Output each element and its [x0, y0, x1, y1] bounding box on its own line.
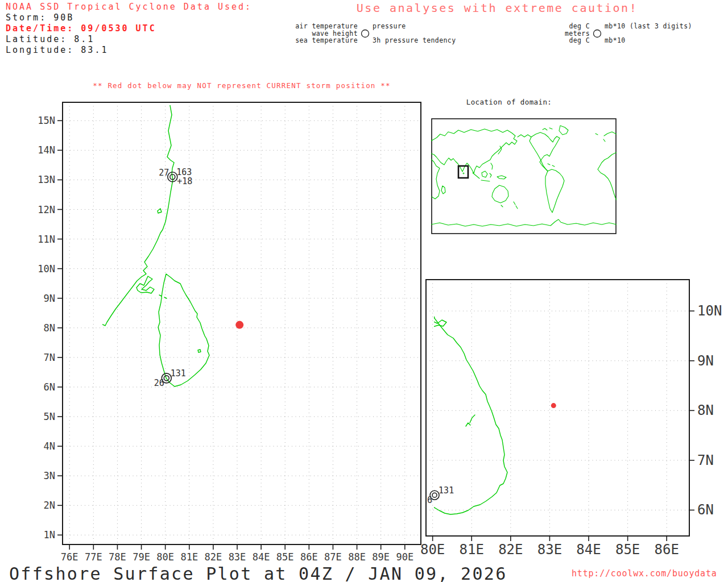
sri-lanka-world-dot: [463, 173, 464, 174]
legend-tendency-label: 3h pressure tendency: [373, 37, 456, 44]
x-tick-label: 79E: [133, 551, 150, 563]
y-tick-label: 8N: [44, 322, 55, 334]
x-tick-label: 89E: [372, 551, 390, 563]
x-tick-label: 85E: [615, 542, 640, 558]
y-tick-label: 14N: [38, 144, 55, 156]
longitude-line: Longitude: 83.1: [6, 45, 252, 56]
storm-position-dot: [551, 403, 556, 408]
y-tick-label: 9N: [697, 353, 714, 369]
islet: [198, 350, 201, 352]
legend-air-temperature-label: air temperature: [286, 23, 358, 30]
x-tick-label: 80E: [420, 542, 445, 558]
y-tick-label: 4N: [44, 440, 55, 452]
legend-tendency-unit: mb*10: [605, 37, 692, 44]
y-tick-label: 7N: [697, 452, 714, 468]
x-tick-label: 76E: [61, 551, 78, 563]
station-circle-inner: [432, 493, 437, 497]
station-pressure: 131: [439, 485, 454, 496]
y-tick-label: 15N: [38, 115, 55, 126]
x-tick-label: 80E: [156, 551, 174, 563]
coast-bump: [466, 423, 470, 426]
x-tick-label: 85E: [276, 551, 294, 563]
y-tick-label: 6N: [697, 502, 714, 518]
station-sea-temperature: 26: [422, 495, 432, 505]
sri-lanka-east-coastline: [426, 310, 507, 514]
x-tick-label: 77E: [85, 551, 102, 563]
plot-title: Offshore Surface Plot at 04Z / JAN 09, 2…: [9, 564, 507, 582]
main-observations: 27163+1826131: [154, 167, 244, 388]
x-tick-label: 84E: [253, 551, 270, 563]
y-tick-label: 3N: [44, 470, 55, 481]
islet: [164, 297, 167, 298]
inset-frame: [432, 119, 616, 234]
zoom-plot-frame: [426, 280, 689, 536]
legend-sea-unit: deg C: [555, 37, 590, 44]
x-tick-label: 90E: [396, 551, 413, 563]
x-tick-label: 82E: [498, 542, 523, 558]
y-tick-label: 10N: [697, 303, 722, 319]
station-pressure-tendency: +18: [177, 176, 192, 186]
islet: [159, 295, 162, 296]
legend-pressure-unit: mb*10 (last 3 digits): [605, 23, 692, 30]
station-pressure: 131: [171, 368, 186, 379]
y-tick-label: 13N: [38, 174, 55, 185]
x-tick-label: 88E: [348, 551, 366, 563]
zoom-axes: 80E81E82E83E84E85E86E6N7N8N9N10N: [420, 303, 722, 558]
small-island: [158, 209, 162, 213]
zoom-map-plot: 26131 80E81E82E83E84E85E86E6N7N8N9N10N: [418, 277, 728, 568]
latitude-line: Latitude: 8.1: [6, 34, 252, 45]
y-tick-label: 10N: [38, 263, 55, 275]
inset-title: Location of domain:: [432, 98, 586, 106]
india-coastline: [63, 102, 174, 326]
x-tick-label: 87E: [324, 551, 342, 563]
x-tick-label: 83E: [229, 551, 246, 563]
zoom-grid: [426, 280, 689, 536]
y-tick-label: 1N: [44, 529, 55, 541]
station-circle-icon: [359, 28, 371, 39]
y-tick-label: 7N: [44, 352, 55, 363]
station-circle-icon: [592, 28, 603, 39]
legend-pressure-label: pressure: [373, 23, 456, 30]
x-tick-label: 84E: [576, 542, 601, 558]
source-url: http://coolwx.com/buoydata: [572, 568, 717, 579]
world-map-inset: [431, 118, 617, 234]
domain-box: [458, 166, 468, 178]
storm-position-warning: ** Red dot below may NOT represent CURRE…: [63, 81, 421, 90]
y-tick-label: 2N: [44, 500, 55, 511]
station-air-temperature: 27: [159, 168, 169, 178]
station-model-legend-units: deg C meters deg C mb*10 (last 3 digits)…: [555, 23, 692, 44]
data-source-line: NOAA SSD Tropical Cyclone Data Used:: [6, 2, 252, 13]
x-tick-label: 86E: [655, 542, 679, 558]
main-map-plot: 27163+1826131 76E77E78E79E80E81E82E83E84…: [23, 99, 427, 571]
x-tick-label: 86E: [300, 551, 318, 563]
x-tick-label: 81E: [180, 551, 198, 563]
x-tick-label: 82E: [205, 551, 222, 563]
y-tick-label: 9N: [44, 293, 55, 304]
main-coastlines: [63, 102, 209, 386]
x-tick-label: 81E: [460, 542, 484, 558]
y-tick-label: 12N: [38, 204, 55, 215]
station-model-legend-params: air temperature wave height sea temperat…: [286, 23, 456, 44]
storm-id-line: Storm: 90B: [6, 13, 252, 23]
zoom-coastlines: [426, 285, 507, 514]
storm-position-dot: [235, 321, 243, 329]
legend-air-unit: deg C: [555, 23, 590, 30]
lagoon-arc: [470, 415, 475, 423]
y-tick-label: 8N: [697, 402, 714, 418]
legend-sea-temperature-label: sea temperature: [286, 37, 358, 44]
caution-headline: Use analyses with extreme caution!: [351, 1, 643, 15]
y-tick-label: 6N: [44, 381, 55, 393]
y-tick-label: 5N: [44, 411, 55, 422]
datetime-line: Date/Time: 09/0530 UTC: [6, 23, 252, 34]
y-tick-label: 11N: [38, 234, 55, 245]
zoom-observations: 26131: [422, 403, 556, 505]
x-tick-label: 78E: [109, 551, 126, 563]
offshore-surface-plot-page: NOAA SSD Tropical Cyclone Data Used: Sto…: [0, 0, 728, 582]
station-sea-temperature: 26: [154, 378, 164, 388]
storm-info-block: NOAA SSD Tropical Cyclone Data Used: Sto…: [6, 2, 252, 56]
x-tick-label: 83E: [537, 542, 562, 558]
